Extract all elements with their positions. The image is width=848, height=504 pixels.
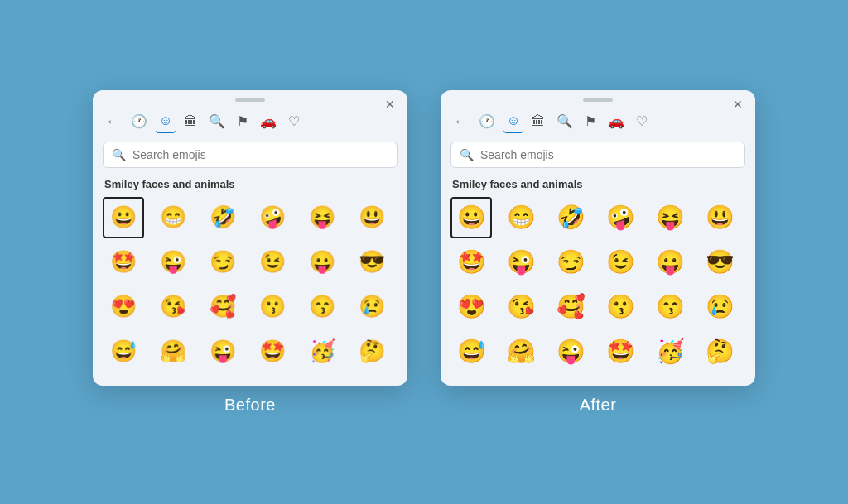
emoji-cell[interactable]: 🤔: [351, 331, 393, 372]
people-icon[interactable]: 🏛: [181, 111, 200, 132]
emoji-cell[interactable]: 😃: [351, 197, 393, 238]
emoji-cell[interactable]: 😀: [103, 197, 144, 238]
emoji-cell[interactable]: 😎: [351, 242, 393, 283]
after-search-bar[interactable]: 🔍: [450, 142, 745, 168]
before-emoji-grid: 😀 😁 🤣 🤪 😝 😃 🤩 😜 😏 😉 😛 😎 😍 😘 🥰 😗 😙 😢 😅: [93, 197, 407, 372]
before-section-label: Smiley faces and animals: [93, 175, 407, 197]
nature-icon[interactable]: 🔍: [553, 110, 576, 132]
emoji-cell[interactable]: 🤩: [450, 242, 492, 283]
emoji-cell[interactable]: 😙: [649, 286, 691, 328]
before-label: Before: [224, 396, 276, 415]
emoji-cell[interactable]: 😜: [152, 242, 194, 283]
emoji-cell[interactable]: 😍: [450, 286, 492, 328]
close-button[interactable]: ✕: [730, 97, 745, 112]
emoji-cell[interactable]: 🤩: [600, 331, 641, 372]
before-emoji-panel: ✕ ← 🕐 ☺ 🏛 🔍 ⚑ 🚗 ♡ 🔍 Smiley faces and ani…: [93, 90, 407, 386]
smiley-icon[interactable]: ☺: [504, 110, 523, 133]
emoji-cell[interactable]: 😛: [649, 242, 691, 283]
emoji-cell[interactable]: 🥳: [301, 331, 343, 372]
emoji-cell[interactable]: 😘: [500, 286, 542, 328]
after-section-label: Smiley faces and animals: [441, 175, 755, 197]
emoji-cell[interactable]: 😏: [202, 242, 243, 283]
before-search-bar[interactable]: 🔍: [103, 142, 398, 168]
panels-container: ✕ ← 🕐 ☺ 🏛 🔍 ⚑ 🚗 ♡ 🔍 Smiley faces and ani…: [93, 90, 755, 415]
emoji-cell[interactable]: 🤔: [699, 331, 740, 372]
emoji-cell[interactable]: 😗: [252, 286, 293, 328]
drag-handle: [235, 98, 265, 102]
emoji-cell[interactable]: 😘: [152, 286, 194, 328]
emoji-cell[interactable]: 🤩: [252, 331, 293, 372]
emoji-cell[interactable]: 😢: [351, 286, 393, 328]
after-emoji-panel: ✕ ← 🕐 ☺ 🏛 🔍 ⚑ 🚗 ♡ 🔍 Smiley faces and ani…: [441, 90, 755, 386]
people-icon[interactable]: 🏛: [528, 111, 548, 132]
emoji-cell[interactable]: 🥳: [649, 331, 691, 372]
emoji-cell[interactable]: 😙: [301, 286, 343, 328]
search-icon: 🔍: [112, 148, 126, 161]
after-titlebar: ✕: [441, 90, 755, 98]
emoji-cell[interactable]: 😁: [152, 197, 194, 238]
travel-icon[interactable]: 🚗: [257, 110, 280, 132]
emoji-cell[interactable]: 😉: [252, 242, 293, 283]
emoji-cell[interactable]: 😜: [500, 242, 542, 283]
emoji-cell[interactable]: 🤩: [103, 242, 144, 283]
recent-icon[interactable]: 🕐: [475, 110, 499, 132]
emoji-cell[interactable]: 😀: [450, 197, 492, 238]
emoji-cell[interactable]: 🥰: [202, 286, 243, 328]
after-panel-wrapper: ✕ ← 🕐 ☺ 🏛 🔍 ⚑ 🚗 ♡ 🔍 Smiley faces and ani…: [441, 90, 755, 415]
after-label: After: [580, 396, 617, 415]
emoji-cell[interactable]: 😁: [500, 197, 542, 238]
flag-icon[interactable]: ⚑: [581, 110, 600, 132]
emoji-cell[interactable]: 😍: [103, 286, 144, 328]
emoji-cell[interactable]: 😢: [699, 286, 740, 328]
heart-icon[interactable]: ♡: [633, 110, 651, 132]
smiley-icon[interactable]: ☺: [156, 110, 176, 133]
recent-icon[interactable]: 🕐: [128, 110, 151, 132]
emoji-cell[interactable]: 😝: [649, 197, 691, 238]
emoji-cell[interactable]: 😅: [103, 331, 144, 372]
emoji-cell[interactable]: 😅: [450, 331, 492, 372]
heart-icon[interactable]: ♡: [285, 110, 303, 132]
emoji-cell[interactable]: 😎: [699, 242, 740, 283]
emoji-cell[interactable]: 😛: [301, 242, 343, 283]
emoji-cell[interactable]: 😜: [202, 331, 243, 372]
emoji-cell[interactable]: 🥰: [550, 286, 591, 328]
after-search-input[interactable]: [480, 148, 736, 161]
emoji-cell[interactable]: 🤣: [202, 197, 243, 238]
nature-icon[interactable]: 🔍: [205, 110, 229, 132]
emoji-cell[interactable]: 😜: [550, 331, 591, 372]
emoji-cell[interactable]: 😉: [600, 242, 641, 283]
after-emoji-grid: 😀 😁 🤣 🤪 😝 😃 🤩 😜 😏 😉 😛 😎 😍 😘 🥰 😗 😙 😢 😅: [441, 197, 755, 372]
flag-icon[interactable]: ⚑: [234, 110, 252, 132]
emoji-cell[interactable]: 😏: [550, 242, 591, 283]
after-nav-bar: ← 🕐 ☺ 🏛 🔍 ⚑ 🚗 ♡: [441, 103, 755, 133]
emoji-cell[interactable]: 🤣: [550, 197, 591, 238]
before-titlebar: ✕: [93, 90, 407, 98]
back-icon[interactable]: ←: [103, 111, 123, 132]
back-icon[interactable]: ←: [450, 111, 470, 132]
emoji-cell[interactable]: 🤪: [600, 197, 641, 238]
before-search-input[interactable]: [132, 148, 388, 161]
search-icon: 🔍: [460, 148, 474, 161]
emoji-cell[interactable]: 😝: [301, 197, 343, 238]
emoji-cell[interactable]: 😃: [699, 197, 740, 238]
drag-handle: [583, 98, 613, 102]
emoji-cell[interactable]: 🤗: [152, 331, 194, 372]
before-nav-bar: ← 🕐 ☺ 🏛 🔍 ⚑ 🚗 ♡: [93, 103, 407, 133]
before-panel-wrapper: ✕ ← 🕐 ☺ 🏛 🔍 ⚑ 🚗 ♡ 🔍 Smiley faces and ani…: [93, 90, 407, 415]
emoji-cell[interactable]: 🤪: [252, 197, 293, 238]
close-button[interactable]: ✕: [383, 97, 398, 112]
travel-icon[interactable]: 🚗: [605, 110, 628, 132]
emoji-cell[interactable]: 😗: [600, 286, 641, 328]
emoji-cell[interactable]: 🤗: [500, 331, 542, 372]
